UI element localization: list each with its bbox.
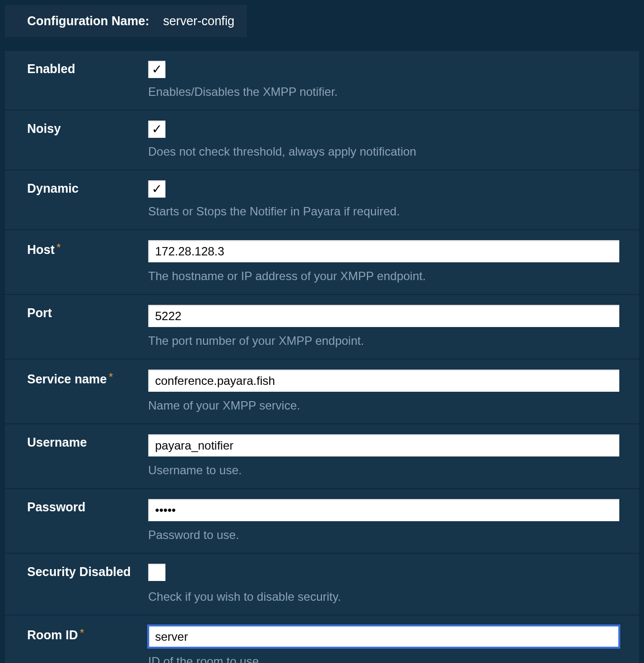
label-host: Host xyxy=(27,243,55,256)
label-room-id: Room ID xyxy=(27,628,78,642)
help-enabled: Enables/Disables the XMPP notifier. xyxy=(148,85,619,99)
help-password: Password to use. xyxy=(148,528,619,542)
label-username: Username xyxy=(27,435,87,449)
checkbox-dynamic[interactable]: ✓ xyxy=(148,180,165,198)
help-host: The hostname or IP address of your XMPP … xyxy=(148,269,619,283)
row-service-name: Service name* Name of your XMPP service. xyxy=(5,360,639,424)
help-dynamic: Starts or Stops the Notifier in Payara i… xyxy=(148,205,619,218)
help-room-id: ID of the room to use. xyxy=(148,655,619,663)
checkbox-noisy[interactable]: ✓ xyxy=(148,121,165,138)
input-host[interactable] xyxy=(148,240,619,262)
required-star-icon: * xyxy=(57,241,61,253)
config-header: Configuration Name: server-config xyxy=(5,5,247,37)
input-room-id[interactable] xyxy=(148,625,619,648)
input-service-name[interactable] xyxy=(148,370,619,392)
required-star-icon: * xyxy=(109,371,113,383)
checkbox-enabled[interactable]: ✓ xyxy=(148,61,165,78)
label-noisy: Noisy xyxy=(27,122,61,135)
config-name-value: server-config xyxy=(163,14,235,28)
help-username: Username to use. xyxy=(148,463,619,477)
input-password[interactable] xyxy=(148,499,619,521)
checkbox-security-disabled[interactable] xyxy=(148,564,165,581)
form-table: Enabled ✓ Enables/Disables the XMPP noti… xyxy=(5,51,639,663)
label-port: Port xyxy=(27,306,52,320)
row-host: Host* The hostname or IP address of your… xyxy=(5,230,639,295)
row-port: Port The port number of your XMPP endpoi… xyxy=(5,295,639,360)
label-dynamic: Dynamic xyxy=(27,181,79,195)
row-noisy: Noisy ✓ Does not check threshold, always… xyxy=(5,111,639,170)
label-password: Password xyxy=(27,500,85,514)
label-service-name: Service name xyxy=(27,372,107,386)
row-enabled: Enabled ✓ Enables/Disables the XMPP noti… xyxy=(5,51,639,111)
required-star-icon: * xyxy=(80,626,84,639)
row-security-disabled: Security Disabled Check if you wish to d… xyxy=(5,554,639,616)
row-room-id: Room ID* ID of the room to use. xyxy=(5,616,639,663)
help-port: The port number of your XMPP endpoint. xyxy=(148,334,619,348)
input-port[interactable] xyxy=(148,305,619,327)
input-username[interactable] xyxy=(148,434,619,456)
label-enabled: Enabled xyxy=(27,62,75,76)
help-service-name: Name of your XMPP service. xyxy=(148,399,619,413)
row-username: Username Username to use. xyxy=(5,424,639,489)
row-dynamic: Dynamic ✓ Starts or Stops the Notifier i… xyxy=(5,170,639,230)
config-name-label: Configuration Name: xyxy=(27,14,149,28)
help-security-disabled: Check if you wish to disable security. xyxy=(148,590,619,604)
row-password: Password Password to use. xyxy=(5,489,639,554)
help-noisy: Does not check threshold, always apply n… xyxy=(148,145,619,159)
label-security-disabled: Security Disabled xyxy=(27,565,131,579)
